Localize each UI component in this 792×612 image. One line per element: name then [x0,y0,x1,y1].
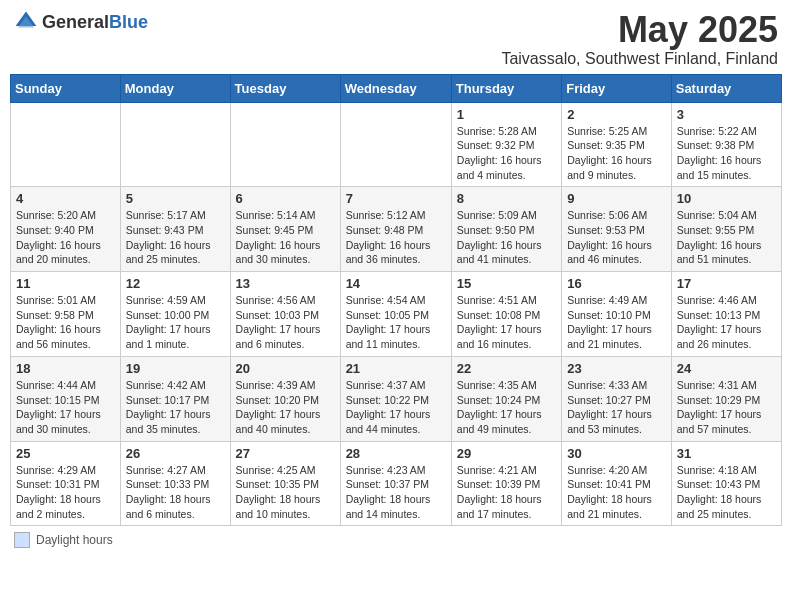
day-info: Sunrise: 4:49 AM Sunset: 10:10 PM Daylig… [567,293,666,352]
day-number: 18 [16,361,115,376]
col-friday: Friday [562,74,672,102]
day-number: 16 [567,276,666,291]
table-row: 17Sunrise: 4:46 AM Sunset: 10:13 PM Dayl… [671,272,781,357]
table-row: 30Sunrise: 4:20 AM Sunset: 10:41 PM Dayl… [562,441,672,526]
day-info: Sunrise: 4:46 AM Sunset: 10:13 PM Daylig… [677,293,776,352]
day-info: Sunrise: 4:33 AM Sunset: 10:27 PM Daylig… [567,378,666,437]
day-info: Sunrise: 4:27 AM Sunset: 10:33 PM Daylig… [126,463,225,522]
table-row: 9Sunrise: 5:06 AM Sunset: 9:53 PM Daylig… [562,187,672,272]
table-row: 5Sunrise: 5:17 AM Sunset: 9:43 PM Daylig… [120,187,230,272]
day-number: 26 [126,446,225,461]
calendar-table: Sunday Monday Tuesday Wednesday Thursday… [10,74,782,527]
col-tuesday: Tuesday [230,74,340,102]
title-block: May 2025 Taivassalo, Southwest Finland, … [501,10,778,68]
table-row: 31Sunrise: 4:18 AM Sunset: 10:43 PM Dayl… [671,441,781,526]
page-header: GeneralBlue May 2025 Taivassalo, Southwe… [10,10,782,68]
table-row: 21Sunrise: 4:37 AM Sunset: 10:22 PM Dayl… [340,356,451,441]
table-row: 2Sunrise: 5:25 AM Sunset: 9:35 PM Daylig… [562,102,672,187]
table-row: 12Sunrise: 4:59 AM Sunset: 10:00 PM Dayl… [120,272,230,357]
day-info: Sunrise: 4:25 AM Sunset: 10:35 PM Daylig… [236,463,335,522]
day-info: Sunrise: 5:12 AM Sunset: 9:48 PM Dayligh… [346,208,446,267]
col-sunday: Sunday [11,74,121,102]
table-row: 20Sunrise: 4:39 AM Sunset: 10:20 PM Dayl… [230,356,340,441]
day-info: Sunrise: 4:56 AM Sunset: 10:03 PM Daylig… [236,293,335,352]
table-row: 26Sunrise: 4:27 AM Sunset: 10:33 PM Dayl… [120,441,230,526]
day-number: 3 [677,107,776,122]
day-number: 2 [567,107,666,122]
week-row-4: 25Sunrise: 4:29 AM Sunset: 10:31 PM Dayl… [11,441,782,526]
table-row [340,102,451,187]
day-info: Sunrise: 5:06 AM Sunset: 9:53 PM Dayligh… [567,208,666,267]
col-saturday: Saturday [671,74,781,102]
day-info: Sunrise: 4:23 AM Sunset: 10:37 PM Daylig… [346,463,446,522]
table-row [230,102,340,187]
day-number: 22 [457,361,556,376]
day-info: Sunrise: 5:09 AM Sunset: 9:50 PM Dayligh… [457,208,556,267]
table-row: 27Sunrise: 4:25 AM Sunset: 10:35 PM Dayl… [230,441,340,526]
logo-icon [14,10,38,34]
day-number: 23 [567,361,666,376]
day-number: 8 [457,191,556,206]
day-number: 17 [677,276,776,291]
legend-label: Daylight hours [36,533,113,547]
col-wednesday: Wednesday [340,74,451,102]
day-number: 6 [236,191,335,206]
day-info: Sunrise: 4:20 AM Sunset: 10:41 PM Daylig… [567,463,666,522]
table-row: 11Sunrise: 5:01 AM Sunset: 9:58 PM Dayli… [11,272,121,357]
day-number: 14 [346,276,446,291]
day-number: 5 [126,191,225,206]
footer: Daylight hours [10,532,782,548]
table-row [11,102,121,187]
day-info: Sunrise: 4:39 AM Sunset: 10:20 PM Daylig… [236,378,335,437]
day-number: 27 [236,446,335,461]
day-info: Sunrise: 4:29 AM Sunset: 10:31 PM Daylig… [16,463,115,522]
day-info: Sunrise: 5:01 AM Sunset: 9:58 PM Dayligh… [16,293,115,352]
day-number: 19 [126,361,225,376]
calendar-header-row: Sunday Monday Tuesday Wednesday Thursday… [11,74,782,102]
day-info: Sunrise: 4:51 AM Sunset: 10:08 PM Daylig… [457,293,556,352]
day-info: Sunrise: 4:42 AM Sunset: 10:17 PM Daylig… [126,378,225,437]
day-number: 31 [677,446,776,461]
table-row: 10Sunrise: 5:04 AM Sunset: 9:55 PM Dayli… [671,187,781,272]
table-row: 4Sunrise: 5:20 AM Sunset: 9:40 PM Daylig… [11,187,121,272]
table-row: 13Sunrise: 4:56 AM Sunset: 10:03 PM Dayl… [230,272,340,357]
day-info: Sunrise: 4:54 AM Sunset: 10:05 PM Daylig… [346,293,446,352]
day-number: 4 [16,191,115,206]
day-number: 24 [677,361,776,376]
day-number: 28 [346,446,446,461]
table-row: 15Sunrise: 4:51 AM Sunset: 10:08 PM Dayl… [451,272,561,357]
day-info: Sunrise: 5:22 AM Sunset: 9:38 PM Dayligh… [677,124,776,183]
table-row: 24Sunrise: 4:31 AM Sunset: 10:29 PM Dayl… [671,356,781,441]
table-row: 25Sunrise: 4:29 AM Sunset: 10:31 PM Dayl… [11,441,121,526]
col-thursday: Thursday [451,74,561,102]
table-row: 3Sunrise: 5:22 AM Sunset: 9:38 PM Daylig… [671,102,781,187]
day-info: Sunrise: 5:25 AM Sunset: 9:35 PM Dayligh… [567,124,666,183]
day-number: 13 [236,276,335,291]
week-row-3: 18Sunrise: 4:44 AM Sunset: 10:15 PM Dayl… [11,356,782,441]
day-number: 9 [567,191,666,206]
day-info: Sunrise: 4:59 AM Sunset: 10:00 PM Daylig… [126,293,225,352]
month-title: May 2025 [501,10,778,50]
table-row: 28Sunrise: 4:23 AM Sunset: 10:37 PM Dayl… [340,441,451,526]
table-row: 23Sunrise: 4:33 AM Sunset: 10:27 PM Dayl… [562,356,672,441]
table-row: 22Sunrise: 4:35 AM Sunset: 10:24 PM Dayl… [451,356,561,441]
legend-box [14,532,30,548]
table-row: 18Sunrise: 4:44 AM Sunset: 10:15 PM Dayl… [11,356,121,441]
col-monday: Monday [120,74,230,102]
day-info: Sunrise: 4:21 AM Sunset: 10:39 PM Daylig… [457,463,556,522]
legend: Daylight hours [14,532,778,548]
day-number: 12 [126,276,225,291]
day-info: Sunrise: 5:04 AM Sunset: 9:55 PM Dayligh… [677,208,776,267]
day-info: Sunrise: 4:18 AM Sunset: 10:43 PM Daylig… [677,463,776,522]
table-row: 7Sunrise: 5:12 AM Sunset: 9:48 PM Daylig… [340,187,451,272]
day-number: 10 [677,191,776,206]
day-number: 21 [346,361,446,376]
location-title: Taivassalo, Southwest Finland, Finland [501,50,778,68]
logo: GeneralBlue [14,10,148,34]
day-info: Sunrise: 5:17 AM Sunset: 9:43 PM Dayligh… [126,208,225,267]
day-number: 25 [16,446,115,461]
table-row [120,102,230,187]
day-info: Sunrise: 5:20 AM Sunset: 9:40 PM Dayligh… [16,208,115,267]
week-row-2: 11Sunrise: 5:01 AM Sunset: 9:58 PM Dayli… [11,272,782,357]
day-number: 30 [567,446,666,461]
